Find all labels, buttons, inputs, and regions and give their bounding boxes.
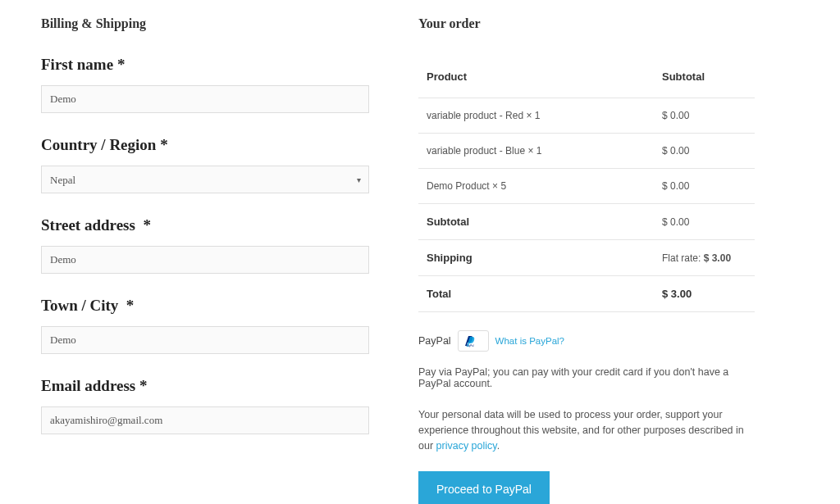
billing-shipping-section: Billing & Shipping First name * Country … <box>41 16 369 504</box>
paypal-logo-icon: PayPal <box>458 330 489 352</box>
email-label-text: Email address <box>41 377 135 394</box>
city-label-text: Town / City <box>41 297 118 314</box>
first-name-group: First name * <box>41 56 369 113</box>
shipping-prefix: Flat rate: <box>662 252 704 264</box>
order-item-subtotal: $ 0.00 <box>654 134 755 169</box>
order-header-product: Product <box>418 56 654 98</box>
required-asterisk: * <box>160 136 168 153</box>
street-label: Street address * <box>41 216 369 234</box>
payment-description: Pay via PayPal; you can pay with your cr… <box>418 366 755 389</box>
shipping-amount: $ 3.00 <box>704 252 731 264</box>
order-total-value: $ 3.00 <box>654 276 755 312</box>
order-total-label: Total <box>418 276 654 312</box>
city-label: Town / City * <box>41 297 369 315</box>
required-asterisk: * <box>143 216 151 234</box>
country-label: Country / Region * <box>41 136 369 154</box>
first-name-input[interactable] <box>41 85 369 113</box>
payment-method-label: PayPal <box>418 335 451 347</box>
order-item-name: variable product - Red × 1 <box>418 98 654 134</box>
privacy-text-2: . <box>497 440 500 452</box>
street-label-text: Street address <box>41 216 135 234</box>
order-item-name: variable product - Blue × 1 <box>418 134 654 169</box>
table-row: Total $ 3.00 <box>418 276 755 312</box>
order-table: Product Subtotal variable product - Red … <box>418 56 755 312</box>
proceed-to-paypal-button[interactable]: Proceed to PayPal <box>418 471 550 504</box>
first-name-label: First name * <box>41 56 369 74</box>
svg-text:PayPal: PayPal <box>466 344 474 347</box>
order-item-name: Demo Product × 5 <box>418 169 654 204</box>
order-shipping-value: Flat rate: $ 3.00 <box>654 240 755 276</box>
order-section-title: Your order <box>418 16 755 31</box>
first-name-label-text: First name <box>41 56 113 73</box>
privacy-description: Your personal data will be used to proce… <box>418 407 755 453</box>
required-asterisk: * <box>139 377 148 394</box>
street-input[interactable] <box>41 246 369 274</box>
table-row: variable product - Red × 1 $ 0.00 <box>418 98 755 134</box>
table-row: Subtotal $ 0.00 <box>418 204 755 240</box>
order-section: Your order Product Subtotal variable pro… <box>418 16 755 504</box>
city-group: Town / City * <box>41 297 369 354</box>
country-select[interactable]: Nepal <box>41 166 369 193</box>
order-shipping-label: Shipping <box>418 240 654 276</box>
what-is-paypal-link[interactable]: What is PayPal? <box>495 336 564 346</box>
country-group: Country / Region * Nepal ▾ <box>41 136 369 193</box>
required-asterisk: * <box>126 297 135 314</box>
table-row: variable product - Blue × 1 $ 0.00 <box>418 134 755 169</box>
payment-method-row: PayPal PayPal What is PayPal? <box>418 330 755 352</box>
order-item-subtotal: $ 0.00 <box>654 98 755 134</box>
privacy-policy-link[interactable]: privacy policy <box>436 440 497 452</box>
billing-section-title: Billing & Shipping <box>41 16 369 31</box>
order-header-subtotal: Subtotal <box>654 56 755 98</box>
street-group: Street address * <box>41 216 369 274</box>
order-subtotal-label: Subtotal <box>418 204 654 240</box>
table-row: Demo Product × 5 $ 0.00 <box>418 169 755 204</box>
city-input[interactable] <box>41 326 369 354</box>
table-row: Shipping Flat rate: $ 3.00 <box>418 240 755 276</box>
country-label-text: Country / Region <box>41 136 156 153</box>
email-input[interactable] <box>41 406 369 434</box>
order-subtotal-value: $ 0.00 <box>654 204 755 240</box>
order-item-subtotal: $ 0.00 <box>654 169 755 204</box>
required-asterisk: * <box>117 56 126 73</box>
email-group: Email address * <box>41 377 369 434</box>
email-label: Email address * <box>41 377 369 395</box>
